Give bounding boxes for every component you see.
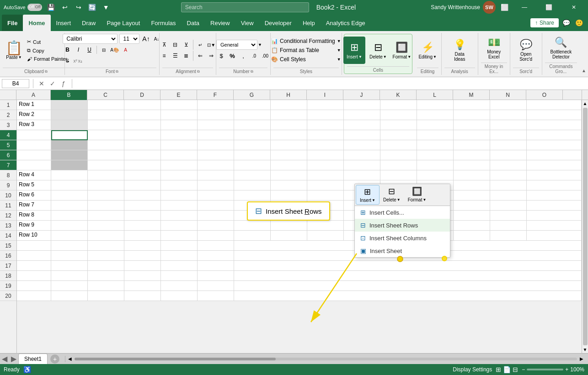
cell-e13[interactable] [161, 221, 198, 231]
cell-b19[interactable] [51, 281, 88, 291]
col-header-f[interactable]: F [197, 90, 234, 100]
cell-m14[interactable] [454, 231, 490, 241]
cell-b1[interactable] [51, 100, 88, 110]
hscroll-right-icon[interactable]: ▶ [579, 355, 584, 362]
cell-o9[interactable] [527, 180, 582, 190]
cell-o8[interactable] [527, 170, 582, 180]
font-label[interactable]: Font ⧉ [68, 68, 156, 75]
cell-h6[interactable] [271, 150, 307, 160]
cell-l4[interactable] [417, 130, 454, 140]
cell-n9[interactable] [490, 180, 527, 190]
cell-k1[interactable] [380, 100, 417, 110]
hscroll-left-icon[interactable]: ◀ [67, 355, 73, 362]
conditional-formatting-button[interactable]: 📊 Conditional Formatting ▼ [269, 37, 343, 45]
cell-f20[interactable] [198, 291, 234, 301]
cell-m11[interactable] [454, 201, 490, 211]
money-excel-button[interactable]: 💵 Money Excel [483, 35, 505, 61]
cell-o2[interactable] [527, 110, 582, 120]
editing-button[interactable]: ⚡ Editing ▼ [417, 38, 438, 63]
cell-c2[interactable] [88, 110, 124, 120]
dropdown-item-insert-sheet-columns[interactable]: ⊡ Insert Sheet Columns [355, 232, 450, 244]
cell-g7[interactable] [234, 160, 271, 170]
cell-i3[interactable] [307, 120, 344, 130]
row-18[interactable]: 18 [0, 271, 16, 281]
cell-f16[interactable] [198, 251, 234, 261]
cell-o3[interactable] [527, 120, 582, 130]
display-settings-label[interactable]: Display Settings [453, 366, 492, 373]
border-button[interactable]: ⊟ [99, 45, 109, 55]
cell-c16[interactable] [88, 251, 124, 261]
row-7[interactable]: 7 [0, 160, 16, 170]
dropdown-insert-btn[interactable]: ⊞ Insert ▼ [356, 185, 380, 205]
font-name-select[interactable]: Calibri [63, 34, 118, 44]
cell-c20[interactable] [88, 291, 124, 301]
align-center-btn[interactable]: ☰ [170, 51, 180, 61]
repeat-icon[interactable]: 🔄 [87, 2, 98, 13]
cell-d9[interactable] [124, 180, 161, 190]
cell-f9[interactable] [198, 180, 234, 190]
cell-a20[interactable] [17, 291, 51, 301]
tab-analytics-edge[interactable]: Analytics Edge [321, 15, 371, 31]
cell-j2[interactable] [344, 110, 380, 120]
cell-a16[interactable] [17, 251, 51, 261]
cell-n1[interactable] [490, 100, 527, 110]
cell-a7[interactable] [17, 160, 51, 170]
cell-c5[interactable] [88, 140, 124, 150]
cell-d3[interactable] [124, 120, 161, 130]
cell-a13[interactable]: Row 9 [17, 221, 51, 231]
cell-c15[interactable] [88, 241, 124, 251]
cell-m12[interactable] [454, 211, 490, 221]
scroll-left-sheets-icon[interactable]: ◀ [0, 354, 9, 363]
cell-d1[interactable] [124, 100, 161, 110]
cell-e20[interactable] [161, 291, 198, 301]
cell-f11[interactable] [198, 201, 234, 211]
row-17[interactable]: 17 [0, 261, 16, 271]
cell-e18[interactable] [161, 271, 198, 281]
cell-a14[interactable]: Row 10 [17, 231, 51, 241]
cell-a9[interactable]: Row 5 [17, 180, 51, 190]
align-bottom-btn[interactable]: ⊻ [181, 40, 191, 50]
maximize-button[interactable]: ⬜ [539, 0, 560, 15]
cell-m6[interactable] [454, 150, 490, 160]
cell-c17[interactable] [88, 261, 124, 271]
cell-grid[interactable]: Row 1 [17, 100, 582, 353]
cell-i7[interactable] [307, 160, 344, 170]
alignment-expand-icon[interactable]: ⧉ [197, 69, 200, 74]
col-header-i[interactable]: I [307, 90, 343, 100]
minimize-button[interactable]: — [514, 0, 535, 15]
cell-b4[interactable] [51, 130, 88, 140]
cell-b11[interactable] [51, 201, 88, 211]
cell-n4[interactable] [490, 130, 527, 140]
sheet-tab-sheet1[interactable]: Sheet1 [18, 354, 48, 364]
cell-n14[interactable] [490, 231, 527, 241]
zoom-in-icon[interactable]: + [565, 366, 568, 373]
cell-o1[interactable] [527, 100, 582, 110]
col-header-d[interactable]: D [124, 90, 160, 100]
cell-k6[interactable] [380, 150, 417, 160]
cell-d8[interactable] [124, 170, 161, 180]
tab-insert[interactable]: Insert [51, 15, 77, 31]
scroll-right-sheets-icon[interactable]: ▶ [9, 354, 18, 363]
cell-i14[interactable] [307, 231, 344, 241]
cell-a17[interactable] [17, 261, 51, 271]
share-button[interactable]: ↑ Insert Share [530, 18, 559, 27]
cell-e4[interactable] [161, 130, 198, 140]
number-label[interactable]: Number ⧉ [219, 68, 267, 75]
cell-g1[interactable] [234, 100, 271, 110]
cell-g14[interactable] [234, 231, 271, 241]
cell-f13[interactable] [198, 221, 234, 231]
cell-e19[interactable] [161, 281, 198, 291]
scroll-thumb[interactable] [583, 108, 588, 345]
tab-page-layout[interactable]: Page Layout [101, 15, 145, 31]
cell-l6[interactable] [417, 150, 454, 160]
cell-e12[interactable] [161, 211, 198, 221]
cell-j8[interactable] [344, 170, 380, 180]
cell-k7[interactable] [380, 160, 417, 170]
cell-o6[interactable] [527, 150, 582, 160]
cell-d17[interactable] [124, 261, 161, 271]
cell-k4[interactable] [380, 130, 417, 140]
cell-l3[interactable] [417, 120, 454, 130]
normal-view-icon[interactable]: ⊞ [496, 366, 501, 373]
number-expand-icon[interactable]: ⧉ [251, 69, 253, 74]
cell-e2[interactable] [161, 110, 198, 120]
